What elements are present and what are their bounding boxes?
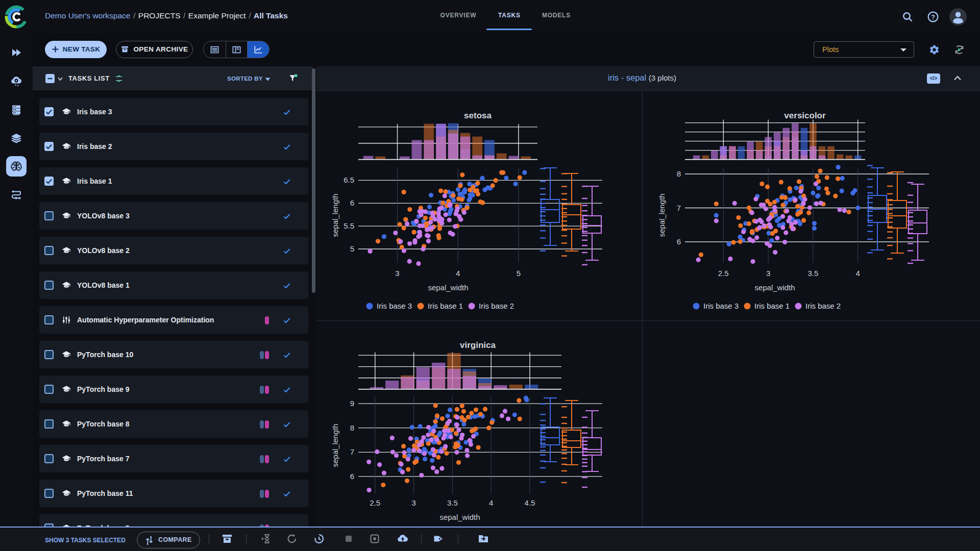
svg-text:sepal_width: sepal_width bbox=[428, 283, 468, 292]
svg-text:Iris base 2: Iris base 2 bbox=[805, 302, 841, 310]
svg-text:3: 3 bbox=[411, 498, 415, 507]
svg-text:6: 6 bbox=[677, 237, 681, 246]
svg-text:7: 7 bbox=[677, 204, 681, 212]
svg-text:3.5: 3.5 bbox=[807, 269, 818, 278]
svg-text:sepal_width: sepal_width bbox=[754, 283, 795, 292]
svg-text:virginica: virginica bbox=[460, 340, 496, 350]
svg-text:sepal_length: sepal_length bbox=[331, 423, 339, 467]
svg-text:2.5: 2.5 bbox=[718, 269, 729, 278]
svg-text:4: 4 bbox=[489, 498, 493, 507]
svg-text:5.5: 5.5 bbox=[344, 221, 354, 230]
svg-text:?: ? bbox=[931, 14, 935, 21]
svg-text:6: 6 bbox=[350, 472, 354, 481]
svg-text:6: 6 bbox=[350, 198, 354, 207]
svg-text:sepal_length: sepal_length bbox=[331, 193, 339, 237]
svg-text:8: 8 bbox=[677, 169, 681, 178]
svg-text:3: 3 bbox=[766, 269, 770, 278]
svg-text:Iris base 1: Iris base 1 bbox=[428, 302, 463, 310]
svg-text:sepal_length: sepal_length bbox=[657, 193, 666, 237]
svg-text:3.5: 3.5 bbox=[447, 498, 458, 507]
svg-text:3: 3 bbox=[395, 269, 399, 278]
svg-text:Iris base 3: Iris base 3 bbox=[703, 302, 739, 310]
svg-text:6.5: 6.5 bbox=[344, 176, 354, 184]
svg-text:4.5: 4.5 bbox=[525, 498, 535, 507]
svg-text:9: 9 bbox=[350, 399, 354, 408]
svg-text:5: 5 bbox=[350, 244, 354, 253]
svg-text:Iris base 1: Iris base 1 bbox=[754, 302, 790, 310]
svg-text:sepal_width: sepal_width bbox=[439, 513, 480, 521]
svg-text:8: 8 bbox=[350, 423, 354, 432]
svg-text:7: 7 bbox=[350, 447, 354, 456]
svg-text:versicolor: versicolor bbox=[784, 111, 826, 120]
svg-text:setosa: setosa bbox=[464, 111, 492, 120]
svg-text:5: 5 bbox=[517, 269, 521, 278]
svg-text:4: 4 bbox=[856, 269, 860, 278]
svg-text:Iris base 3: Iris base 3 bbox=[377, 302, 412, 310]
svg-text:4: 4 bbox=[456, 269, 460, 278]
svg-text:Iris base 2: Iris base 2 bbox=[479, 302, 514, 310]
svg-text:2.5: 2.5 bbox=[370, 498, 380, 507]
